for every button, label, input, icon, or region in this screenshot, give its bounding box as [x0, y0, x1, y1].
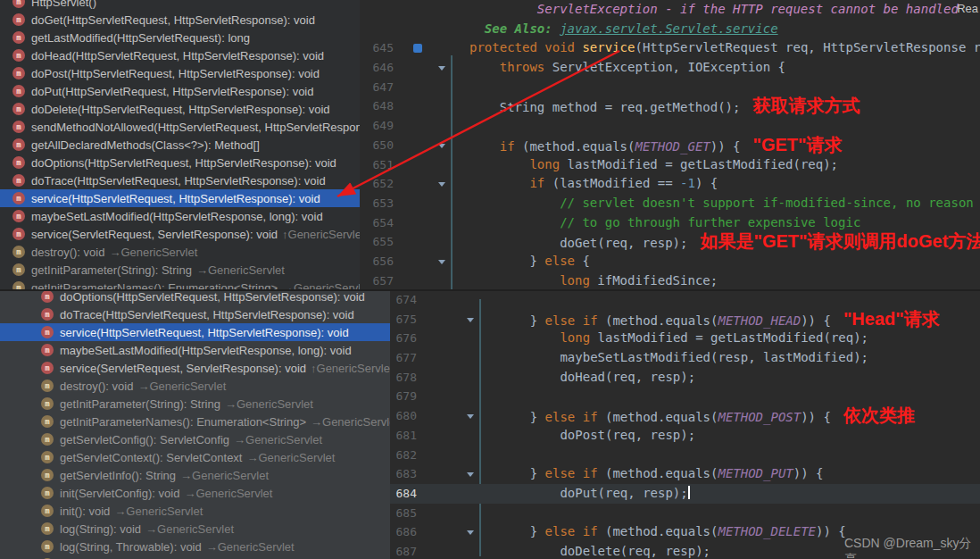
code-line[interactable]: 683 } else if (method.equals(METHOD_PUT)… — [390, 464, 980, 484]
gutter[interactable] — [399, 136, 469, 155]
structure-item[interactable]: mdestroy(): void→GenericServlet — [0, 243, 360, 261]
structure-item[interactable]: mdoTrace(HttpServletRequest, HttpServlet… — [0, 305, 390, 323]
line-number[interactable]: 679 — [390, 387, 422, 406]
line-number[interactable]: 676 — [390, 329, 422, 348]
line-number[interactable]: 653 — [360, 194, 399, 213]
line-number[interactable]: 655 — [360, 232, 399, 252]
structure-item[interactable]: mgetInitParameter(String): String→Generi… — [0, 395, 390, 413]
gutter[interactable] — [399, 252, 469, 271]
code-line[interactable]: 680 } else if (method.equals(METHOD_POST… — [390, 406, 980, 426]
line-number[interactable]: 686 — [390, 522, 422, 542]
code-line[interactable]: 655 doGet(req, resp);如果是"GET"请求则调用doGet方… — [360, 232, 980, 252]
structure-item[interactable]: mdoTrace(HttpServletRequest, HttpServlet… — [0, 171, 360, 189]
code-line[interactable]: 682 — [390, 446, 980, 465]
line-number[interactable]: 648 — [360, 96, 399, 116]
fold-arrow-icon[interactable] — [467, 318, 474, 322]
line-number[interactable]: 687 — [390, 542, 422, 559]
code-line[interactable]: 652 if (lastModified == -1) { — [360, 174, 980, 194]
structure-item[interactable]: mgetLastModified(HttpServletRequest): lo… — [0, 29, 360, 46]
structure-item[interactable]: mdoOptions(HttpServletRequest, HttpServl… — [0, 154, 360, 171]
gutter[interactable] — [422, 329, 500, 348]
line-number[interactable]: 654 — [360, 213, 399, 233]
code-line[interactable]: 676 long lastModified = getLastModified(… — [390, 329, 980, 348]
line-number[interactable]: 684 — [390, 484, 422, 504]
code-line[interactable]: 656 } else { — [360, 252, 980, 271]
line-number[interactable]: 680 — [390, 406, 422, 426]
code-line[interactable]: 649 — [360, 116, 980, 136]
structure-item[interactable]: mservice(HttpServletRequest, HttpServlet… — [0, 189, 360, 207]
code-line[interactable]: 678 doHead(req, resp); — [390, 368, 980, 388]
code-line[interactable]: 653 // servlet doesn't support if-modifi… — [360, 194, 980, 213]
gutter[interactable] — [399, 78, 469, 97]
fold-arrow-icon[interactable] — [467, 530, 474, 535]
gutter[interactable] — [422, 348, 500, 368]
fold-arrow-icon[interactable] — [438, 66, 445, 71]
structure-item[interactable]: mservice(ServletRequest, ServletResponse… — [0, 225, 360, 243]
gutter[interactable] — [422, 542, 500, 559]
code-line[interactable]: 684 doPut(req, resp); — [390, 484, 980, 504]
gutter[interactable] — [422, 464, 500, 484]
line-number[interactable]: 657 — [360, 271, 399, 290]
structure-item[interactable]: mdoPost(HttpServletRequest, HttpServletR… — [0, 64, 360, 82]
structure-item[interactable]: mdestroy(): void→GenericServlet — [0, 377, 390, 395]
gutter[interactable] — [399, 194, 469, 213]
structure-item[interactable]: mgetInitParameter(String): String→Generi… — [0, 261, 360, 279]
gutter[interactable] — [399, 20, 469, 39]
fold-arrow-icon[interactable] — [438, 182, 445, 187]
structure-item[interactable]: mlog(String): void→GenericServlet — [0, 520, 390, 538]
line-number[interactable]: 646 — [360, 58, 399, 78]
code-line[interactable]: 648 String method = req.getMethod();获取请求… — [360, 96, 980, 116]
structure-item[interactable]: mdoDelete(HttpServletRequest, HttpServle… — [0, 100, 360, 118]
gutter[interactable] — [399, 0, 469, 20]
gutter[interactable] — [422, 426, 500, 446]
gutter[interactable] — [422, 522, 500, 542]
line-number[interactable]: 645 — [360, 38, 399, 58]
gutter[interactable] — [422, 446, 500, 465]
structure-item[interactable]: mgetInitParameterNames(): Enumeration<St… — [0, 413, 390, 430]
code-line[interactable]: 646 throws ServletException, IOException… — [360, 58, 980, 78]
structure-item[interactable]: minit(ServletConfig): void→GenericServle… — [0, 484, 390, 502]
structure-item[interactable]: mgetServletName(): String→GenericServlet — [0, 555, 390, 559]
structure-item[interactable]: mHttpServlet() — [0, 0, 360, 11]
code-line[interactable]: 679 — [390, 387, 980, 406]
gutter[interactable] — [422, 310, 500, 330]
code-line[interactable]: 650 if (method.equals(METHOD_GET)) {"GET… — [360, 136, 980, 155]
line-number[interactable] — [360, 20, 399, 39]
line-number[interactable]: 650 — [360, 136, 399, 155]
gutter[interactable] — [422, 387, 500, 406]
structure-item[interactable]: mmaybeSetLastModified(HttpServletRespons… — [0, 207, 360, 225]
structure-item[interactable]: mgetServletInfo(): String→GenericServlet — [0, 466, 390, 484]
code-line[interactable]: See Also: javax.servlet.Servlet.service — [360, 20, 980, 39]
structure-item[interactable]: mmaybeSetLastModified(HttpServletRespons… — [0, 341, 390, 359]
gutter[interactable] — [399, 213, 469, 233]
code-line[interactable]: ServletException - if the HTTP request c… — [360, 0, 980, 20]
structure-item[interactable]: minit(): void→GenericServlet — [0, 502, 390, 520]
structure-item[interactable]: mgetServletConfig(): ServletConfig→Gener… — [0, 430, 390, 448]
structure-item[interactable]: mservice(HttpServletRequest, HttpServlet… — [0, 323, 390, 341]
gutter[interactable] — [422, 406, 500, 426]
line-number[interactable]: 647 — [360, 78, 399, 97]
line-number[interactable]: 656 — [360, 252, 399, 271]
structure-item[interactable]: mdoPut(HttpServletRequest, HttpServletRe… — [0, 82, 360, 100]
structure-item[interactable]: mdoHead(HttpServletRequest, HttpServletR… — [0, 46, 360, 64]
line-number[interactable]: 678 — [390, 368, 422, 388]
code-line[interactable]: 645protected void service(HttpServletReq… — [360, 38, 980, 58]
line-number[interactable]: 685 — [390, 504, 422, 523]
code-line[interactable]: 654 // to go through further expensive l… — [360, 213, 980, 233]
gutter[interactable] — [399, 116, 469, 136]
code-line[interactable]: 677 maybeSetLastModified(resp, lastModif… — [390, 348, 980, 368]
line-number[interactable]: 649 — [360, 116, 399, 136]
gutter[interactable] — [399, 174, 469, 194]
gutter[interactable] — [399, 38, 469, 58]
code-line[interactable]: 657 long ifModifiedSince; — [360, 271, 980, 290]
line-number[interactable]: 674 — [390, 290, 422, 310]
gutter[interactable] — [422, 504, 500, 523]
editor-pane-bottom[interactable]: 674675 } else if (method.equals(METHOD_H… — [390, 290, 980, 559]
structure-item[interactable]: msendMethodNotAllowed(HttpServletRequest… — [0, 118, 360, 136]
fold-arrow-icon[interactable] — [438, 144, 445, 148]
line-number[interactable]: 681 — [390, 426, 422, 446]
structure-item[interactable]: mgetAllDeclaredMethods(Class<?>): Method… — [0, 136, 360, 154]
code-line[interactable]: 681 doPost(req, resp); — [390, 426, 980, 446]
line-number[interactable] — [360, 0, 399, 20]
gutter[interactable] — [422, 368, 500, 388]
